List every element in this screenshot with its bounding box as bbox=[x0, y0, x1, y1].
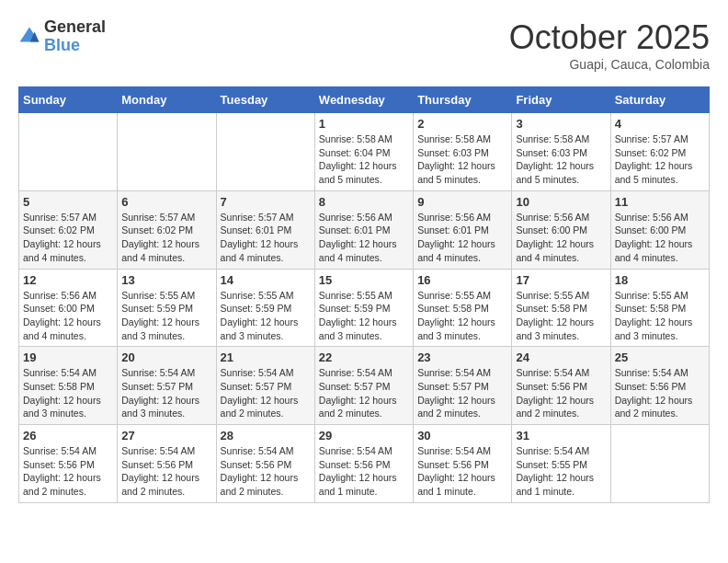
day-info: Sunrise: 5:54 AM Sunset: 5:56 PM Dayligh… bbox=[121, 444, 211, 499]
logo-icon bbox=[18, 26, 40, 48]
day-info: Sunrise: 5:54 AM Sunset: 5:56 PM Dayligh… bbox=[417, 444, 507, 499]
day-number: 20 bbox=[121, 350, 211, 364]
day-number: 19 bbox=[23, 350, 113, 364]
day-info: Sunrise: 5:57 AM Sunset: 6:02 PM Dayligh… bbox=[121, 211, 211, 265]
day-info: Sunrise: 5:58 AM Sunset: 6:03 PM Dayligh… bbox=[516, 132, 606, 187]
day-cell: 3Sunrise: 5:58 AM Sunset: 6:03 PM Daylig… bbox=[512, 113, 610, 191]
logo-text: General Blue bbox=[44, 18, 106, 55]
day-cell: 16Sunrise: 5:55 AM Sunset: 5:58 PM Dayli… bbox=[414, 269, 512, 347]
day-cell: 31Sunrise: 5:54 AM Sunset: 5:55 PM Dayli… bbox=[512, 425, 610, 503]
calendar-table: SundayMondayTuesdayWednesdayThursdayFrid… bbox=[18, 86, 710, 503]
day-info: Sunrise: 5:54 AM Sunset: 5:56 PM Dayligh… bbox=[615, 366, 705, 420]
header-row: SundayMondayTuesdayWednesdayThursdayFrid… bbox=[19, 87, 710, 113]
day-number: 9 bbox=[417, 195, 507, 209]
title-area: October 2025 Guapi, Cauca, Colombia bbox=[509, 18, 710, 72]
day-cell: 10Sunrise: 5:56 AM Sunset: 6:00 PM Dayli… bbox=[512, 190, 610, 269]
day-number: 24 bbox=[516, 350, 606, 364]
day-info: Sunrise: 5:56 AM Sunset: 6:00 PM Dayligh… bbox=[23, 289, 113, 343]
day-cell: 25Sunrise: 5:54 AM Sunset: 5:56 PM Dayli… bbox=[610, 347, 709, 425]
day-header-wednesday: Wednesday bbox=[314, 87, 413, 113]
day-cell: 21Sunrise: 5:54 AM Sunset: 5:57 PM Dayli… bbox=[216, 347, 314, 425]
day-header-friday: Friday bbox=[512, 87, 610, 113]
day-number: 31 bbox=[516, 429, 606, 442]
day-cell: 5Sunrise: 5:57 AM Sunset: 6:02 PM Daylig… bbox=[19, 190, 118, 269]
day-number: 15 bbox=[319, 273, 409, 287]
day-number: 23 bbox=[417, 350, 507, 364]
day-info: Sunrise: 5:54 AM Sunset: 5:58 PM Dayligh… bbox=[23, 366, 113, 420]
day-header-saturday: Saturday bbox=[610, 87, 709, 113]
day-cell: 26Sunrise: 5:54 AM Sunset: 5:56 PM Dayli… bbox=[19, 425, 118, 503]
day-number: 26 bbox=[23, 429, 113, 442]
day-number: 13 bbox=[121, 273, 211, 287]
day-cell bbox=[118, 113, 216, 191]
day-info: Sunrise: 5:54 AM Sunset: 5:56 PM Dayligh… bbox=[23, 444, 113, 499]
day-cell: 23Sunrise: 5:54 AM Sunset: 5:57 PM Dayli… bbox=[414, 347, 512, 425]
day-number: 22 bbox=[319, 350, 409, 364]
logo-blue: Blue bbox=[44, 37, 106, 55]
header: General Blue October 2025 Guapi, Cauca, … bbox=[18, 18, 710, 72]
day-cell: 27Sunrise: 5:54 AM Sunset: 5:56 PM Dayli… bbox=[118, 425, 216, 503]
day-cell: 20Sunrise: 5:54 AM Sunset: 5:57 PM Dayli… bbox=[118, 347, 216, 425]
day-number: 28 bbox=[221, 429, 311, 442]
day-info: Sunrise: 5:54 AM Sunset: 5:56 PM Dayligh… bbox=[319, 444, 409, 499]
day-cell: 1Sunrise: 5:58 AM Sunset: 6:04 PM Daylig… bbox=[314, 113, 413, 191]
day-cell: 15Sunrise: 5:55 AM Sunset: 5:59 PM Dayli… bbox=[314, 269, 413, 347]
day-header-thursday: Thursday bbox=[414, 87, 512, 113]
day-cell: 2Sunrise: 5:58 AM Sunset: 6:03 PM Daylig… bbox=[414, 113, 512, 191]
day-header-tuesday: Tuesday bbox=[216, 87, 314, 113]
day-info: Sunrise: 5:54 AM Sunset: 5:56 PM Dayligh… bbox=[221, 444, 311, 499]
day-info: Sunrise: 5:58 AM Sunset: 6:03 PM Dayligh… bbox=[417, 132, 507, 187]
day-info: Sunrise: 5:54 AM Sunset: 5:57 PM Dayligh… bbox=[221, 366, 311, 420]
day-number: 25 bbox=[615, 350, 705, 364]
day-number: 16 bbox=[417, 273, 507, 287]
logo: General Blue bbox=[18, 18, 106, 55]
day-info: Sunrise: 5:56 AM Sunset: 6:00 PM Dayligh… bbox=[615, 211, 705, 265]
day-number: 27 bbox=[121, 429, 211, 442]
week-row-2: 5Sunrise: 5:57 AM Sunset: 6:02 PM Daylig… bbox=[19, 190, 710, 269]
logo-general: General bbox=[44, 18, 106, 37]
day-info: Sunrise: 5:56 AM Sunset: 6:01 PM Dayligh… bbox=[319, 211, 409, 265]
day-number: 3 bbox=[516, 117, 606, 131]
day-number: 18 bbox=[615, 273, 705, 287]
day-info: Sunrise: 5:54 AM Sunset: 5:56 PM Dayligh… bbox=[516, 366, 606, 420]
day-number: 21 bbox=[221, 350, 311, 364]
day-info: Sunrise: 5:55 AM Sunset: 5:58 PM Dayligh… bbox=[615, 289, 705, 343]
week-row-1: 1Sunrise: 5:58 AM Sunset: 6:04 PM Daylig… bbox=[19, 113, 710, 191]
day-cell: 9Sunrise: 5:56 AM Sunset: 6:01 PM Daylig… bbox=[414, 190, 512, 269]
day-number: 17 bbox=[516, 273, 606, 287]
day-cell: 24Sunrise: 5:54 AM Sunset: 5:56 PM Dayli… bbox=[512, 347, 610, 425]
week-row-3: 12Sunrise: 5:56 AM Sunset: 6:00 PM Dayli… bbox=[19, 269, 710, 347]
day-cell: 14Sunrise: 5:55 AM Sunset: 5:59 PM Dayli… bbox=[216, 269, 314, 347]
day-cell: 7Sunrise: 5:57 AM Sunset: 6:01 PM Daylig… bbox=[216, 190, 314, 269]
month-title: October 2025 bbox=[509, 18, 710, 57]
day-cell: 6Sunrise: 5:57 AM Sunset: 6:02 PM Daylig… bbox=[118, 190, 216, 269]
day-cell: 4Sunrise: 5:57 AM Sunset: 6:02 PM Daylig… bbox=[610, 113, 709, 191]
day-cell: 11Sunrise: 5:56 AM Sunset: 6:00 PM Dayli… bbox=[610, 190, 709, 269]
day-number: 10 bbox=[516, 195, 606, 209]
day-info: Sunrise: 5:55 AM Sunset: 5:59 PM Dayligh… bbox=[121, 289, 211, 343]
day-info: Sunrise: 5:55 AM Sunset: 5:59 PM Dayligh… bbox=[319, 289, 409, 343]
week-row-5: 26Sunrise: 5:54 AM Sunset: 5:56 PM Dayli… bbox=[19, 425, 710, 503]
day-cell: 8Sunrise: 5:56 AM Sunset: 6:01 PM Daylig… bbox=[314, 190, 413, 269]
day-cell: 22Sunrise: 5:54 AM Sunset: 5:57 PM Dayli… bbox=[314, 347, 413, 425]
day-number: 6 bbox=[121, 195, 211, 209]
day-number: 1 bbox=[319, 117, 409, 131]
day-info: Sunrise: 5:57 AM Sunset: 6:02 PM Dayligh… bbox=[23, 211, 113, 265]
day-cell: 30Sunrise: 5:54 AM Sunset: 5:56 PM Dayli… bbox=[414, 425, 512, 503]
day-cell: 13Sunrise: 5:55 AM Sunset: 5:59 PM Dayli… bbox=[118, 269, 216, 347]
day-number: 5 bbox=[23, 195, 113, 209]
day-header-sunday: Sunday bbox=[19, 87, 118, 113]
day-cell: 17Sunrise: 5:55 AM Sunset: 5:58 PM Dayli… bbox=[512, 269, 610, 347]
day-number: 8 bbox=[319, 195, 409, 209]
day-cell: 18Sunrise: 5:55 AM Sunset: 5:58 PM Dayli… bbox=[610, 269, 709, 347]
day-info: Sunrise: 5:54 AM Sunset: 5:57 PM Dayligh… bbox=[319, 366, 409, 420]
day-number: 12 bbox=[23, 273, 113, 287]
day-info: Sunrise: 5:54 AM Sunset: 5:57 PM Dayligh… bbox=[417, 366, 507, 420]
day-info: Sunrise: 5:56 AM Sunset: 6:01 PM Dayligh… bbox=[417, 211, 507, 265]
day-number: 4 bbox=[615, 117, 705, 131]
day-number: 14 bbox=[221, 273, 311, 287]
day-info: Sunrise: 5:57 AM Sunset: 6:01 PM Dayligh… bbox=[221, 211, 311, 265]
day-cell: 12Sunrise: 5:56 AM Sunset: 6:00 PM Dayli… bbox=[19, 269, 118, 347]
day-cell: 19Sunrise: 5:54 AM Sunset: 5:58 PM Dayli… bbox=[19, 347, 118, 425]
day-header-monday: Monday bbox=[118, 87, 216, 113]
